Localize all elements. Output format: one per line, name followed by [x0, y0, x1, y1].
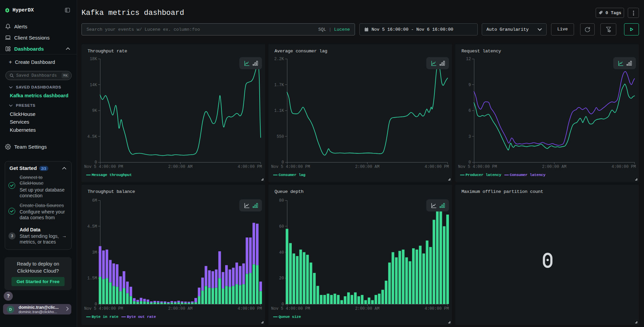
- svg-text:0: 0: [282, 160, 284, 165]
- svg-text:Nov 5 4:00:00 PM: Nov 5 4:00:00 PM: [271, 165, 310, 169]
- svg-text:14K: 14K: [90, 83, 97, 87]
- svg-text:0: 0: [95, 302, 97, 307]
- svg-text:4:00:00 PM: 4:00:00 PM: [238, 165, 262, 169]
- svg-text:2:00:00 AM: 2:00:00 AM: [168, 306, 192, 311]
- svg-text:0: 0: [95, 160, 97, 165]
- svg-text:9K: 9K: [92, 108, 97, 113]
- svg-text:0: 0: [469, 160, 471, 165]
- svg-text:1.1K: 1.1K: [274, 108, 284, 113]
- svg-text:4:00:00 PM: 4:00:00 PM: [612, 165, 636, 169]
- svg-text:4:00:00 PM: 4:00:00 PM: [425, 165, 449, 169]
- svg-text:6M: 6M: [92, 198, 97, 203]
- svg-text:9: 9: [469, 83, 471, 87]
- svg-text:Nov 5 4:00:00 PM: Nov 5 4:00:00 PM: [84, 306, 123, 311]
- svg-text:Nov 5 4:00:00 PM: Nov 5 4:00:00 PM: [271, 306, 310, 311]
- svg-text:4:00:00 PM: 4:00:00 PM: [238, 306, 262, 311]
- svg-text:2:00:00 AM: 2:00:00 AM: [168, 165, 192, 169]
- svg-text:1.7K: 1.7K: [274, 83, 284, 87]
- svg-text:40: 40: [279, 250, 284, 255]
- svg-text:12: 12: [466, 57, 471, 61]
- svg-text:4.5K: 4.5K: [87, 134, 97, 139]
- svg-text:2:00:00 AM: 2:00:00 AM: [542, 165, 566, 169]
- svg-text:0: 0: [282, 302, 284, 307]
- svg-text:4:00:00 PM: 4:00:00 PM: [425, 306, 449, 311]
- svg-text:2:00:00 AM: 2:00:00 AM: [355, 306, 379, 311]
- svg-text:2.2K: 2.2K: [274, 57, 284, 61]
- svg-text:1.5M: 1.5M: [87, 276, 97, 281]
- svg-text:20: 20: [279, 276, 284, 281]
- svg-text:6: 6: [469, 108, 471, 113]
- svg-text:2:00:00 AM: 2:00:00 AM: [355, 165, 379, 169]
- svg-text:Nov 5 4:00:00 PM: Nov 5 4:00:00 PM: [84, 165, 123, 169]
- svg-text:550: 550: [277, 134, 284, 139]
- svg-text:4.5M: 4.5M: [87, 224, 97, 229]
- svg-text:3M: 3M: [92, 250, 97, 255]
- svg-text:80: 80: [279, 198, 284, 203]
- svg-text:Nov 5 4:00:00 PM: Nov 5 4:00:00 PM: [458, 165, 497, 169]
- svg-text:3: 3: [469, 134, 471, 139]
- svg-text:18K: 18K: [90, 57, 97, 61]
- svg-text:60: 60: [279, 224, 284, 229]
